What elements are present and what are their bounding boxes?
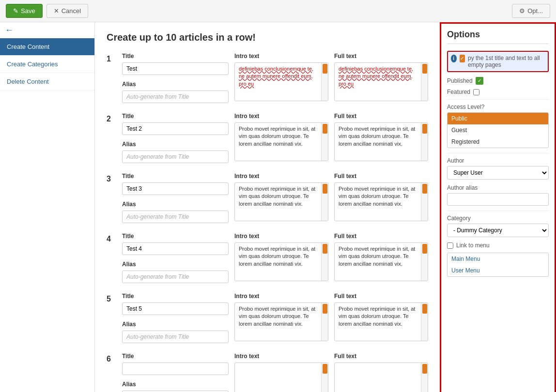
- title-input[interactable]: [122, 122, 229, 135]
- title-input[interactable]: [122, 62, 229, 75]
- full-text-area: Probo movet reprimique in sit, at vim qu…: [335, 123, 421, 161]
- intro-text-box[interactable]: Probo movet reprimique in sit, at vim qu…: [234, 242, 328, 281]
- author-select[interactable]: Super User: [447, 166, 549, 180]
- intro-label: Intro text: [234, 233, 328, 240]
- title-field-group: Title Alias: [122, 173, 229, 223]
- title-input[interactable]: [122, 362, 229, 375]
- full-text-box[interactable]: Probo movet reprimique in sit, at vim qu…: [334, 182, 428, 221]
- intro-field-group: Intro text Probo movet reprimique in sit…: [234, 293, 328, 343]
- menu-item-main[interactable]: Main Menu: [448, 253, 548, 265]
- author-alias-input[interactable]: [447, 193, 549, 206]
- access-item-guest[interactable]: Guest: [448, 124, 548, 136]
- alias-label: Alias: [122, 261, 229, 268]
- intro-field-group: Intro text Probo movet reprimique in sit…: [234, 173, 328, 223]
- intro-text-box[interactable]: [234, 362, 328, 392]
- intro-scroll: [321, 243, 328, 281]
- full-text-box[interactable]: Probo movet reprimique in sit, at vim qu…: [334, 122, 428, 161]
- access-item-public[interactable]: Public: [448, 113, 548, 124]
- title-label: Title: [122, 173, 229, 180]
- full-text-box[interactable]: Probo movet reprimique in sit, at vim qu…: [334, 302, 428, 341]
- full-label: Full text: [334, 293, 428, 300]
- alias-input[interactable]: [122, 151, 229, 163]
- alias-label: Alias: [122, 201, 229, 208]
- sidebar-item-delete-content[interactable]: Delete Content: [0, 73, 94, 90]
- full-text-highlighted: definiebas conclusionemque te, ne autem …: [339, 66, 413, 87]
- divider-2: [447, 153, 549, 153]
- full-text-area: Probo movet reprimique in sit, at vim qu…: [335, 243, 421, 281]
- intro-scroll: [321, 183, 328, 221]
- intro-text-area: [235, 363, 321, 392]
- article-row: 3 Title Alias Intro text Probo movet rep…: [107, 173, 428, 223]
- intro-text-box[interactable]: definiebas conclusionemque te, ne autem …: [234, 62, 328, 101]
- intro-scroll: [321, 63, 328, 101]
- full-field-group: Full text definiebas conclusionemque te,…: [334, 53, 428, 103]
- article-row: 6 Title Alias Intro text: [107, 353, 428, 392]
- full-label: Full text: [334, 233, 428, 240]
- divider-1: [447, 99, 549, 100]
- intro-text-highlighted: definiebas conclusionemque te, ne autem …: [239, 66, 313, 87]
- intro-text-area: Probo movet reprimique in sit, at vim qu…: [235, 303, 321, 341]
- title-input[interactable]: [122, 242, 229, 255]
- intro-scroll-thumb: [323, 124, 327, 134]
- author-alias-row: Author alias: [447, 184, 549, 206]
- intro-text-box[interactable]: Probo movet reprimique in sit, at vim qu…: [234, 182, 328, 221]
- article-row: 2 Title Alias Intro text Probo movet rep…: [107, 113, 428, 163]
- article-fields: Title Alias Intro text Probo movet repri…: [122, 233, 428, 283]
- menu-item-user[interactable]: User Menu: [448, 265, 548, 276]
- access-level-list: Public Guest Registered: [447, 112, 549, 148]
- alias-input[interactable]: [122, 271, 229, 283]
- main-layout: ← Create Content Create Categories Delet…: [0, 22, 556, 392]
- link-to-menu-checkbox[interactable]: [447, 242, 453, 249]
- full-text-box[interactable]: Probo movet reprimique in sit, at vim qu…: [334, 242, 428, 281]
- title-input[interactable]: [122, 182, 229, 195]
- intro-field-group: Intro text Probo movet reprimique in sit…: [234, 233, 328, 283]
- access-item-registered[interactable]: Registered: [448, 136, 548, 148]
- full-text-box[interactable]: definiebas conclusionemque te, ne autem …: [334, 62, 428, 101]
- check-icon[interactable]: ✓: [460, 55, 465, 62]
- menu-list: Main Menu User Menu: [447, 253, 549, 277]
- options-button[interactable]: ⚙ Opt...: [512, 4, 550, 18]
- full-scroll: [421, 183, 428, 221]
- gear-icon: ⚙: [519, 7, 525, 15]
- full-scroll: [421, 303, 428, 341]
- article-number: 6: [107, 353, 116, 363]
- save-button[interactable]: ✎ Save: [6, 4, 43, 18]
- alias-input[interactable]: [122, 211, 229, 223]
- alias-label: Alias: [122, 381, 229, 388]
- featured-label: Featured: [447, 89, 470, 95]
- intro-scroll-thumb: [323, 64, 327, 74]
- full-field-group: Full text Probo movet reprimique in sit,…: [334, 113, 428, 163]
- full-scroll-thumb: [422, 304, 427, 314]
- link-to-menu-label: Link to menu: [456, 242, 490, 249]
- intro-text-box[interactable]: Probo movet reprimique in sit, at vim qu…: [234, 302, 328, 341]
- save-icon: ✎: [13, 7, 18, 15]
- cancel-button[interactable]: ✕ Cancel: [46, 4, 88, 18]
- intro-field-group: Intro text definiebas conclusionemque te…: [234, 53, 328, 103]
- intro-text-box[interactable]: Probo movet reprimique in sit, at vim qu…: [234, 122, 328, 161]
- intro-label: Intro text: [234, 173, 328, 180]
- alias-label: Alias: [122, 321, 229, 328]
- full-scroll: [421, 243, 428, 281]
- back-button[interactable]: ←: [0, 22, 94, 38]
- full-text-box[interactable]: [334, 362, 428, 392]
- divider-3: [447, 211, 549, 211]
- alias-input[interactable]: [122, 331, 229, 343]
- alias-input[interactable]: [122, 90, 229, 103]
- title-input[interactable]: [122, 302, 229, 315]
- intro-field-group: Intro text Probo movet reprimique in sit…: [234, 113, 328, 163]
- copy-option-row: i ✓ py the 1st title and text to all emp…: [447, 51, 549, 72]
- full-scroll-thumb: [422, 184, 427, 194]
- sidebar-item-create-content[interactable]: Create Content: [0, 38, 94, 56]
- featured-checkbox[interactable]: [473, 89, 479, 95]
- title-field-group: Title Alias: [122, 353, 229, 392]
- category-row: Category - Dummy Category: [447, 215, 549, 237]
- article-fields: Title Alias Intro text definiebas conclu…: [122, 53, 428, 103]
- full-text-area: [335, 363, 421, 392]
- articles-container: 1 Title Alias Intro text definiebas conc…: [107, 53, 428, 392]
- category-select[interactable]: - Dummy Category: [447, 224, 549, 237]
- published-checkbox[interactable]: ✓: [476, 77, 483, 85]
- full-scroll: [421, 123, 428, 161]
- intro-text-content: Probo movet reprimique in sit, at vim qu…: [239, 246, 315, 267]
- sidebar-item-create-categories[interactable]: Create Categories: [0, 56, 94, 73]
- full-text-content: Probo movet reprimique in sit, at vim qu…: [339, 246, 415, 267]
